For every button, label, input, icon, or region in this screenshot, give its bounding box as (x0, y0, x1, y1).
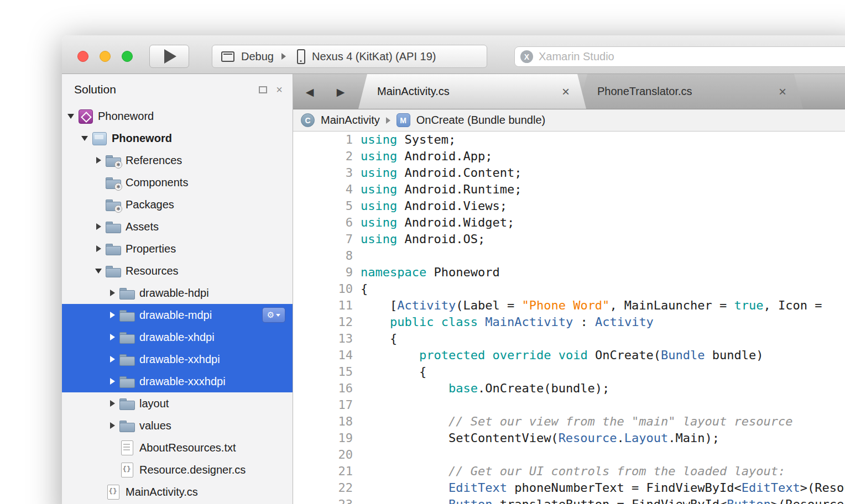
folder-icon (105, 219, 121, 234)
tree-item-label: drawable-xxxhdpi (139, 375, 226, 388)
code-line: 13 { (293, 330, 845, 347)
search-input[interactable] (539, 50, 845, 63)
folder-icon (119, 352, 134, 366)
tab-phonetranslator-cs[interactable]: PhoneTranslator.cs × (578, 74, 803, 109)
code-editor[interactable]: 1using System;2using Android.App;3using … (293, 132, 845, 504)
tree-item-label: Resources (126, 265, 179, 277)
editor-area: ◀ ▶ MainActivity.cs × PhoneTranslator.cs… (293, 74, 845, 504)
tree-item-mainactivity-cs[interactable]: MainActivity.cs (62, 481, 293, 503)
gear-badge-icon: ✱ (114, 161, 122, 169)
navigate-forward-button[interactable]: ▶ (327, 74, 354, 109)
chevron-right-icon (281, 53, 286, 60)
line-number: 19 (293, 430, 353, 447)
build-target-selector[interactable]: Debug Nexus 4 (KitKat) (API 19) (212, 45, 487, 68)
line-number: 17 (293, 397, 353, 413)
tree-item-drawable-xxxhdpi[interactable]: drawable-xxxhdpi (62, 370, 293, 392)
disclosure-down-icon[interactable] (94, 264, 105, 277)
close-window-button[interactable] (77, 51, 88, 62)
line-number: 6 (293, 214, 353, 231)
solution-pad-header: Solution × (62, 74, 293, 105)
breadcrumb-method[interactable]: OnCreate (Bundle bundle) (416, 114, 545, 127)
folder-icon (105, 264, 121, 278)
code-line: 5using Android.Views; (293, 198, 845, 214)
line-number: 23 (293, 496, 353, 504)
code-line: 2using Android.App; (293, 148, 845, 165)
folder-icon (105, 242, 121, 256)
disclosure-down-icon[interactable] (66, 109, 77, 123)
line-number: 4 (293, 181, 353, 198)
disclosure-right-icon[interactable] (108, 353, 119, 366)
tree-item-values[interactable]: values (62, 414, 293, 437)
tree-item-resource-designer-cs[interactable]: Resource.designer.cs (62, 459, 293, 481)
play-icon (164, 49, 176, 64)
folder-icon (119, 308, 134, 322)
tab-close-icon[interactable]: × (562, 85, 570, 98)
tree-item-layout[interactable]: layout (62, 392, 293, 414)
disclosure-right-icon[interactable] (108, 308, 119, 322)
tree-item-aboutresources-txt[interactable]: AboutResources.txt (62, 437, 293, 459)
code-line: 22 EditText phoneNumberText = FindViewBy… (293, 480, 845, 496)
folder-icon (119, 374, 134, 389)
tree-item-label: AboutResources.txt (139, 442, 236, 454)
tree-item-drawable-mdpi[interactable]: drawable-mdpi⚙ (62, 304, 293, 326)
gear-badge-icon: ✱ (114, 183, 122, 191)
window-titlebar[interactable]: Debug Nexus 4 (KitKat) (API 19) X (62, 35, 845, 74)
breadcrumb-class[interactable]: MainActivity (321, 114, 380, 127)
disclosure-right-icon[interactable] (108, 397, 119, 410)
dock-pad-icon[interactable] (259, 86, 267, 93)
disclosure-right-icon[interactable] (108, 330, 119, 344)
folder-badge-icon: ✱ (105, 197, 121, 212)
disclosure-right-icon[interactable] (108, 375, 119, 388)
tree-item-drawable-hdpi[interactable]: drawable-hdpi (62, 282, 293, 304)
tree-item-resources[interactable]: Resources (62, 260, 293, 282)
code-line: 4using Android.Runtime; (293, 181, 845, 198)
disclosure-right-icon[interactable] (108, 286, 119, 300)
line-number: 21 (293, 463, 353, 480)
line-number: 22 (293, 480, 353, 496)
device-icon (297, 49, 305, 64)
tree-item-drawable-xhdpi[interactable]: drawable-xhdpi (62, 326, 293, 348)
disclosure-right-icon[interactable] (94, 242, 105, 255)
code-line: 14 protected override void OnCreate(Bund… (293, 347, 845, 364)
line-number: 14 (293, 347, 353, 364)
editor-tab-bar: ◀ ▶ MainActivity.cs × PhoneTranslator.cs… (293, 74, 845, 109)
tree-item-label: Phoneword (98, 110, 154, 123)
search-field[interactable]: X (514, 46, 845, 67)
zoom-window-button[interactable] (122, 51, 133, 62)
tab-mainactivity-cs[interactable]: MainActivity.cs × (358, 74, 586, 109)
disclosure-right-icon[interactable] (94, 154, 105, 167)
row-options-gear-button[interactable]: ⚙ (262, 307, 285, 323)
close-pad-icon[interactable]: × (276, 84, 283, 95)
tree-item-references[interactable]: ✱References (62, 149, 293, 171)
line-number: 18 (293, 413, 353, 430)
code-line: 23 Button translateButton = FindViewById… (293, 496, 845, 504)
tree-item-assets[interactable]: Assets (62, 216, 293, 238)
chevron-down-icon (276, 314, 280, 317)
line-number: 3 (293, 165, 353, 181)
tree-item-drawable-xxhdpi[interactable]: drawable-xxhdpi (62, 348, 293, 370)
disclosure-right-icon[interactable] (108, 419, 119, 432)
code-line: 18 // Set our view from the "main" layou… (293, 413, 845, 430)
tree-item-components[interactable]: ✱Components (62, 171, 293, 193)
minimize-window-button[interactable] (100, 51, 111, 62)
run-button[interactable] (149, 45, 189, 68)
tree-item-phoneword[interactable]: Phoneword (62, 105, 293, 127)
code-line: 11 [Activity(Label = "Phone Word", MainL… (293, 297, 845, 314)
tree-item-label: drawable-xhdpi (139, 331, 215, 344)
disclosure-down-icon[interactable] (80, 132, 91, 145)
disclosure-right-icon[interactable] (94, 220, 105, 233)
tree-item-packages[interactable]: ✱Packages (62, 193, 293, 216)
line-number: 2 (293, 148, 353, 165)
configuration-label: Debug (241, 50, 274, 63)
tree-item-label: drawable-mdpi (139, 309, 212, 322)
tab-close-icon[interactable]: × (779, 85, 786, 98)
device-label: Nexus 4 (KitKat) (API 19) (312, 50, 436, 63)
tree-item-properties[interactable]: Properties (62, 238, 293, 260)
breadcrumb-separator-icon (386, 117, 390, 124)
navigate-back-button[interactable]: ◀ (296, 74, 323, 109)
desktop: Debug Nexus 4 (KitKat) (API 19) X Soluti… (0, 0, 845, 504)
tree-item-label: Packages (126, 198, 174, 211)
tree-item-label: drawable-xxhdpi (139, 353, 220, 366)
code-line: 9namespace Phoneword (293, 264, 845, 281)
tree-item-phoneword[interactable]: Phoneword (62, 127, 293, 149)
